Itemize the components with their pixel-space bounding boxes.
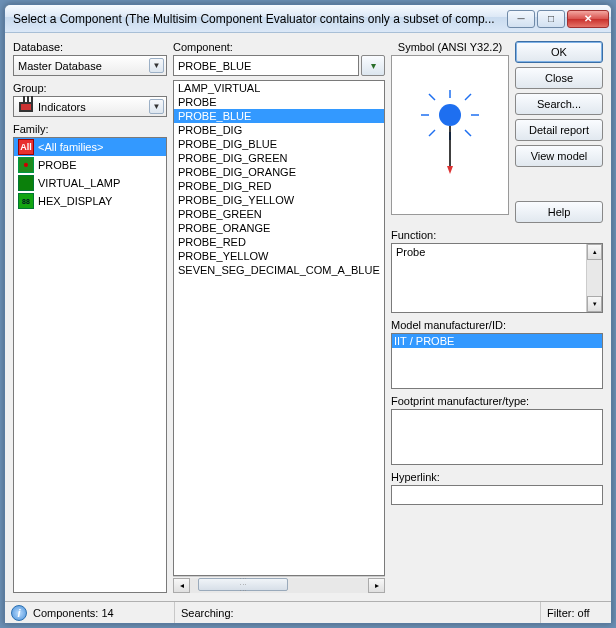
group-combo[interactable]: Indicators ▼ bbox=[13, 96, 167, 117]
view-model-button[interactable]: View model bbox=[515, 145, 603, 167]
symbol-preview bbox=[391, 55, 509, 215]
component-item[interactable]: PROBE_DIG_YELLOW bbox=[174, 193, 384, 207]
family-item[interactable]: PROBE bbox=[14, 156, 166, 174]
database-combo[interactable]: Master Database ▼ bbox=[13, 55, 167, 76]
component-item[interactable]: PROBE_DIG bbox=[174, 123, 384, 137]
status-filter: Filter: off bbox=[547, 607, 590, 619]
component-column: Component: ▾ LAMP_VIRTUALPROBEPROBE_BLUE… bbox=[173, 41, 385, 593]
function-label: Function: bbox=[391, 229, 603, 241]
window-controls: ─ □ ✕ bbox=[507, 10, 609, 28]
component-list[interactable]: LAMP_VIRTUALPROBEPROBE_BLUEPROBE_DIGPROB… bbox=[173, 80, 385, 576]
funnel-icon: ▾ bbox=[371, 60, 376, 71]
component-item[interactable]: PROBE_DIG_GREEN bbox=[174, 151, 384, 165]
family-item-label: VIRTUAL_LAMP bbox=[38, 177, 120, 189]
hyperlink-input[interactable] bbox=[391, 485, 603, 505]
probe-symbol-icon bbox=[420, 90, 480, 180]
svg-marker-10 bbox=[447, 166, 453, 174]
model-mfr-value: IIT / PROBE bbox=[392, 334, 602, 348]
component-item[interactable]: PROBE_ORANGE bbox=[174, 221, 384, 235]
right-column: Symbol (ANSI Y32.2) bbox=[391, 41, 603, 593]
search-button[interactable]: Search... bbox=[515, 93, 603, 115]
function-textbox[interactable]: Probe ▴ ▾ bbox=[391, 243, 603, 313]
scroll-thumb[interactable] bbox=[198, 578, 288, 591]
detail-report-button[interactable]: Detail report bbox=[515, 119, 603, 141]
scroll-left-button[interactable]: ◂ bbox=[173, 578, 190, 593]
component-item[interactable]: PROBE_YELLOW bbox=[174, 249, 384, 263]
scroll-track[interactable] bbox=[190, 578, 368, 593]
svg-line-6 bbox=[429, 130, 435, 136]
filter-button[interactable]: ▾ bbox=[361, 55, 385, 76]
component-label: Component: bbox=[173, 41, 385, 53]
titlebar[interactable]: Select a Component (The Multisim Compone… bbox=[5, 5, 611, 33]
footprint-mfr-label: Footprint manufacturer/type: bbox=[391, 395, 603, 407]
scroll-down-button[interactable]: ▾ bbox=[587, 296, 602, 312]
chevron-down-icon: ▼ bbox=[149, 99, 164, 114]
left-column: Database: Master Database ▼ Group: Indic… bbox=[13, 41, 167, 593]
vertical-scrollbar[interactable]: ▴ ▾ bbox=[586, 244, 602, 312]
database-value: Master Database bbox=[18, 60, 102, 72]
lamp-icon bbox=[18, 175, 34, 191]
help-button[interactable]: Help bbox=[515, 201, 603, 223]
component-item[interactable]: PROBE_BLUE bbox=[174, 109, 384, 123]
maximize-button[interactable]: □ bbox=[537, 10, 565, 28]
scroll-right-button[interactable]: ▸ bbox=[368, 578, 385, 593]
chevron-down-icon: ▼ bbox=[149, 58, 164, 73]
dialog-body: Database: Master Database ▼ Group: Indic… bbox=[5, 33, 611, 601]
status-bar: i Components: 14 Searching: Filter: off bbox=[5, 601, 611, 623]
close-button[interactable]: Close bbox=[515, 67, 603, 89]
status-searching: Searching: bbox=[181, 607, 234, 619]
family-item[interactable]: VIRTUAL_LAMP bbox=[14, 174, 166, 192]
hyperlink-label: Hyperlink: bbox=[391, 471, 603, 483]
component-item[interactable]: PROBE bbox=[174, 95, 384, 109]
family-list[interactable]: All<All families>PROBEVIRTUAL_LAMP88HEX_… bbox=[13, 137, 167, 593]
scroll-up-button[interactable]: ▴ bbox=[587, 244, 602, 260]
footprint-mfr-listbox[interactable] bbox=[391, 409, 603, 465]
window-title: Select a Component (The Multisim Compone… bbox=[13, 12, 507, 26]
symbol-label: Symbol (ANSI Y32.2) bbox=[391, 41, 509, 53]
component-item[interactable]: PROBE_DIG_BLUE bbox=[174, 137, 384, 151]
component-item[interactable]: PROBE_RED bbox=[174, 235, 384, 249]
svg-line-4 bbox=[429, 94, 435, 100]
component-search-input[interactable] bbox=[173, 55, 359, 76]
close-window-button[interactable]: ✕ bbox=[567, 10, 609, 28]
minimize-button[interactable]: ─ bbox=[507, 10, 535, 28]
probe-icon bbox=[18, 157, 34, 173]
family-item-label: HEX_DISPLAY bbox=[38, 195, 112, 207]
model-mfr-listbox[interactable]: IIT / PROBE bbox=[391, 333, 603, 389]
status-components: Components: 14 bbox=[33, 607, 114, 619]
component-item[interactable]: PROBE_DIG_ORANGE bbox=[174, 165, 384, 179]
component-item[interactable]: PROBE_DIG_RED bbox=[174, 179, 384, 193]
family-item-label: PROBE bbox=[38, 159, 77, 171]
family-item[interactable]: All<All families> bbox=[14, 138, 166, 156]
component-item[interactable]: SEVEN_SEG_DECIMAL_COM_A_BLUE bbox=[174, 263, 384, 277]
svg-line-5 bbox=[465, 94, 471, 100]
svg-line-7 bbox=[465, 130, 471, 136]
model-mfr-label: Model manufacturer/ID: bbox=[391, 319, 603, 331]
component-item[interactable]: LAMP_VIRTUAL bbox=[174, 81, 384, 95]
group-label: Group: bbox=[13, 82, 167, 94]
family-item[interactable]: 88HEX_DISPLAY bbox=[14, 192, 166, 210]
component-item[interactable]: PROBE_GREEN bbox=[174, 207, 384, 221]
function-text: Probe bbox=[396, 246, 425, 258]
ok-button[interactable]: OK bbox=[515, 41, 603, 63]
all-icon: All bbox=[18, 139, 34, 155]
hex-icon: 88 bbox=[18, 193, 34, 209]
svg-point-8 bbox=[439, 104, 461, 126]
family-label: Family: bbox=[13, 123, 167, 135]
indicators-icon bbox=[18, 99, 34, 115]
select-component-dialog: Select a Component (The Multisim Compone… bbox=[4, 4, 612, 624]
family-item-label: <All families> bbox=[38, 141, 103, 153]
info-icon: i bbox=[11, 605, 27, 621]
horizontal-scrollbar[interactable]: ◂ ▸ bbox=[173, 576, 385, 593]
group-value: Indicators bbox=[38, 101, 86, 113]
database-label: Database: bbox=[13, 41, 167, 53]
action-buttons: OK Close Search... Detail report View mo… bbox=[515, 41, 603, 223]
